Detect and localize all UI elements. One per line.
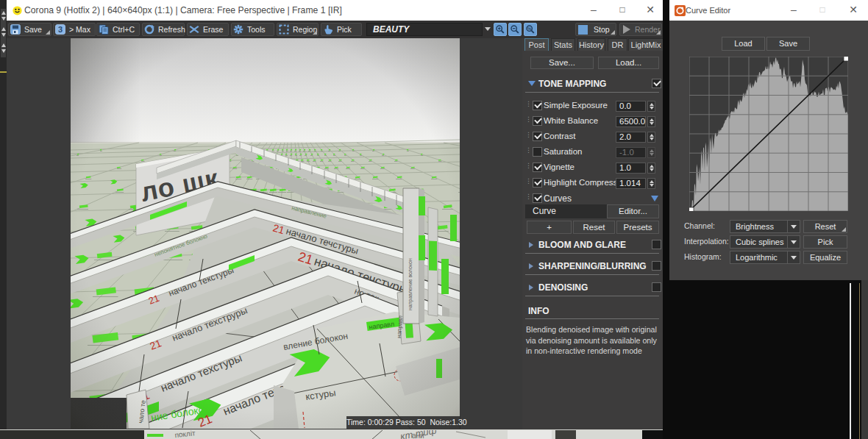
svg-text:%: % [527, 26, 531, 31]
svg-text:3: 3 [58, 25, 63, 34]
svg-text:ани: ани [412, 432, 424, 439]
